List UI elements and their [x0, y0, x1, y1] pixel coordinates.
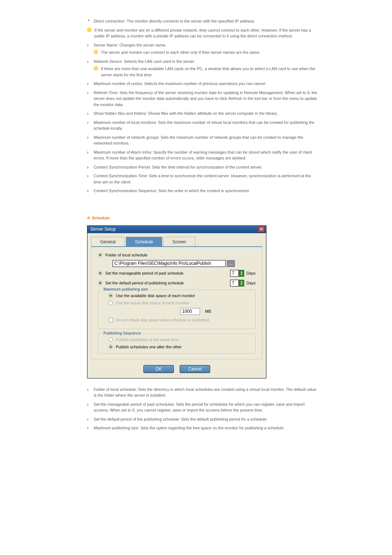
radio-default-publish[interactable] — [98, 281, 102, 285]
item-max-network-groups: Maximum number of network groups: Sets t… — [87, 134, 319, 146]
item-server-name: Server Name: Changes the server name. + … — [87, 42, 319, 56]
item-sync-period: Content Synchronization Period: Sets the… — [87, 164, 319, 170]
equal-space-label: Use the equal disk space of each monitor — [116, 301, 189, 305]
item-max-alarm: Maximum number of Alarm Infos: Specify t… — [87, 149, 319, 161]
note-text: The server and monitor can connect to ea… — [101, 50, 261, 54]
mb-unit: MB — [205, 309, 211, 313]
item-max-undos: Maximum number of undos: Selects the max… — [87, 81, 319, 87]
dialog-titlebar[interactable]: Server Setup ✕ — [87, 225, 266, 233]
ok-button[interactable]: OK — [143, 365, 174, 373]
days-unit: Days — [246, 271, 256, 275]
tab-general[interactable]: General — [91, 237, 125, 246]
item-show-hidden: Show hidden files and folders: Shows fil… — [87, 110, 319, 117]
item-refresh-time: Refresh Time: Sets the frequency of the … — [87, 90, 319, 108]
spinner-buttons[interactable]: ▲▼ — [239, 280, 244, 287]
dialog-title: Server Setup — [89, 227, 116, 232]
group-publishing-sequence: Publishing Sequence Publish schedules at… — [98, 333, 256, 354]
document-content: Direct connection: The monitor directly … — [0, 0, 392, 452]
item-sync-time: Content Synchronization Time: Sets a tim… — [87, 173, 319, 185]
radio-one-after-other[interactable] — [109, 345, 113, 349]
days-unit: Days — [246, 281, 256, 285]
server-setup-dialog: Server Setup ✕ General Schedule Screen F… — [87, 225, 266, 378]
same-time-label: Publish schedules at the same time — [116, 337, 179, 342]
item-max-publishing-size: Maximum publishing size: Sets the option… — [87, 425, 319, 431]
item-network-device: Network Device: Selects the LAN card use… — [87, 58, 319, 78]
mb-input[interactable] — [180, 308, 200, 315]
radio-equal-space[interactable] — [109, 301, 113, 305]
note-different-network: + If the server and monitor are on a dif… — [87, 27, 319, 39]
tab-screen[interactable]: Screen — [163, 237, 195, 246]
radio-available-space[interactable] — [109, 293, 113, 298]
item-folder-local-schedule: Folder of local schedule: Sets the direc… — [87, 386, 319, 398]
section-title-schedule: Schedule — [87, 216, 319, 220]
plus-icon: + — [94, 50, 98, 54]
cancel-button[interactable]: Cancel — [180, 365, 210, 373]
tab-bar: General Schedule Screen — [91, 237, 262, 247]
tab-schedule[interactable]: Schedule — [126, 237, 162, 246]
item-max-local-monitors: Maximum number of local monitors: Sets t… — [87, 119, 319, 131]
plus-icon: + — [87, 28, 91, 32]
past-period-input[interactable] — [230, 270, 239, 277]
default-publish-label: Set the default period of publishing sch… — [105, 281, 184, 285]
spinner-buttons[interactable]: ▲▼ — [239, 270, 244, 277]
folder-label: Folder of local schedule — [105, 253, 147, 257]
group-legend: Publishing Sequence — [102, 331, 142, 335]
radio-past-period[interactable] — [98, 271, 102, 275]
note-text: If there are more than one available LAN… — [101, 66, 315, 77]
note-text: If the server and monitor are on a diffe… — [94, 28, 311, 39]
folder-path-input[interactable] — [113, 260, 226, 267]
schedule-panel: Folder of local schedule ... Set the man… — [91, 247, 262, 359]
checkbox-no-diskcheck[interactable] — [109, 318, 113, 322]
radio-same-time[interactable] — [109, 337, 113, 342]
group-max-publishing-size: Maximum publishing size Use the availabl… — [98, 289, 256, 329]
past-period-label: Set the manageable period of past schedu… — [105, 271, 183, 275]
group-legend: Maximum publishing size — [102, 287, 150, 291]
default-publish-input[interactable] — [230, 280, 239, 287]
plus-icon: + — [94, 66, 98, 70]
item-manageable-period: Set the manageable period of past schedu… — [87, 401, 319, 413]
item-default-publish-period: Set the default period of the publishing… — [87, 416, 319, 422]
browse-button[interactable]: ... — [227, 260, 235, 267]
one-after-other-label: Publish schedules one after the other — [116, 345, 182, 349]
radio-folder[interactable] — [98, 253, 102, 257]
available-space-label: Use the available disk space of each mon… — [116, 293, 195, 298]
bullet-icon — [87, 216, 90, 219]
bullet-direct-connection: Direct connection: The monitor directly … — [87, 18, 319, 24]
close-icon[interactable]: ✕ — [258, 226, 265, 232]
no-diskcheck-label: Do not check disk space when schedule is… — [116, 318, 209, 322]
item-sync-sequence: Content Synchronization Sequence: Sets t… — [87, 188, 319, 194]
